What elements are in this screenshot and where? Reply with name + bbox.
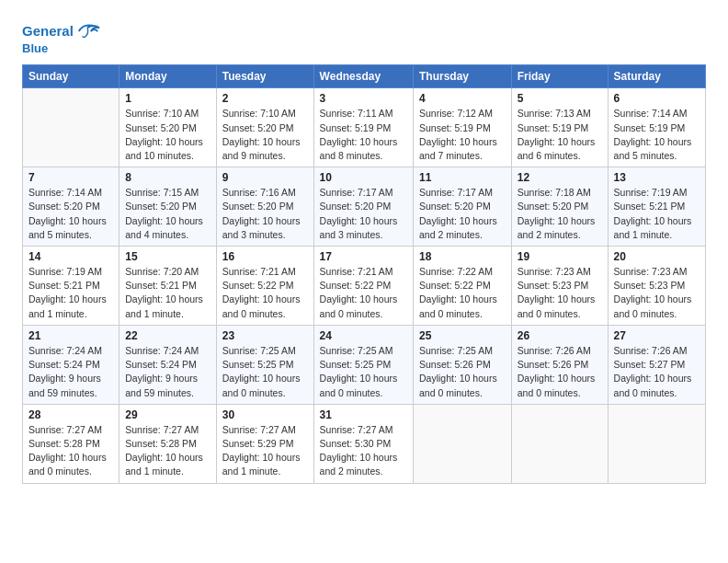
- day-of-week-sunday: Sunday: [23, 65, 119, 88]
- calendar-cell: 2Sunrise: 7:10 AM Sunset: 5:20 PM Daylig…: [216, 88, 313, 167]
- day-info: Sunrise: 7:17 AM Sunset: 5:20 PM Dayligh…: [419, 186, 506, 242]
- calendar-cell: 25Sunrise: 7:25 AM Sunset: 5:26 PM Dayli…: [414, 325, 512, 404]
- calendar-cell: 16Sunrise: 7:21 AM Sunset: 5:22 PM Dayli…: [216, 247, 313, 326]
- day-info: Sunrise: 7:24 AM Sunset: 5:24 PM Dayligh…: [125, 344, 210, 400]
- day-number: 25: [419, 329, 506, 342]
- day-number: 30: [222, 408, 308, 421]
- day-of-week-tuesday: Tuesday: [216, 65, 313, 88]
- day-number: 7: [28, 171, 113, 184]
- calendar-cell: 29Sunrise: 7:27 AM Sunset: 5:28 PM Dayli…: [119, 404, 217, 483]
- day-info: Sunrise: 7:21 AM Sunset: 5:22 PM Dayligh…: [320, 265, 407, 321]
- day-number: 17: [320, 250, 407, 263]
- day-info: Sunrise: 7:19 AM Sunset: 5:21 PM Dayligh…: [28, 265, 113, 321]
- day-number: 27: [614, 329, 700, 342]
- day-of-week-saturday: Saturday: [608, 65, 705, 88]
- day-number: 20: [614, 250, 700, 263]
- calendar-week-2: 7Sunrise: 7:14 AM Sunset: 5:20 PM Daylig…: [23, 167, 706, 247]
- calendar-cell: 21Sunrise: 7:24 AM Sunset: 5:24 PM Dayli…: [23, 325, 119, 404]
- calendar-cell: 6Sunrise: 7:14 AM Sunset: 5:19 PM Daylig…: [608, 88, 705, 167]
- day-info: Sunrise: 7:27 AM Sunset: 5:30 PM Dayligh…: [320, 423, 407, 479]
- day-info: Sunrise: 7:16 AM Sunset: 5:20 PM Dayligh…: [222, 186, 308, 242]
- calendar-cell: 17Sunrise: 7:21 AM Sunset: 5:22 PM Dayli…: [313, 247, 413, 326]
- calendar: SundayMondayTuesdayWednesdayThursdayFrid…: [22, 64, 706, 483]
- day-info: Sunrise: 7:11 AM Sunset: 5:19 PM Dayligh…: [320, 107, 407, 163]
- day-info: Sunrise: 7:14 AM Sunset: 5:20 PM Dayligh…: [28, 186, 113, 242]
- calendar-cell: [414, 404, 512, 483]
- day-info: Sunrise: 7:20 AM Sunset: 5:21 PM Dayligh…: [125, 265, 210, 321]
- calendar-cell: 10Sunrise: 7:17 AM Sunset: 5:20 PM Dayli…: [313, 167, 413, 247]
- day-number: 14: [28, 250, 113, 263]
- day-number: 31: [320, 408, 407, 421]
- calendar-cell: 31Sunrise: 7:27 AM Sunset: 5:30 PM Dayli…: [313, 404, 413, 483]
- day-info: Sunrise: 7:27 AM Sunset: 5:29 PM Dayligh…: [222, 423, 308, 479]
- day-info: Sunrise: 7:22 AM Sunset: 5:22 PM Dayligh…: [419, 265, 506, 321]
- day-of-week-friday: Friday: [511, 65, 608, 88]
- calendar-cell: 3Sunrise: 7:11 AM Sunset: 5:19 PM Daylig…: [313, 88, 413, 167]
- day-number: 26: [518, 329, 602, 342]
- day-number: 15: [125, 250, 210, 263]
- calendar-cell: 8Sunrise: 7:15 AM Sunset: 5:20 PM Daylig…: [119, 167, 217, 247]
- day-info: Sunrise: 7:15 AM Sunset: 5:20 PM Dayligh…: [125, 186, 210, 242]
- calendar-cell: 12Sunrise: 7:18 AM Sunset: 5:20 PM Dayli…: [511, 167, 608, 247]
- calendar-cell: 22Sunrise: 7:24 AM Sunset: 5:24 PM Dayli…: [119, 325, 217, 404]
- calendar-cell: 24Sunrise: 7:25 AM Sunset: 5:25 PM Dayli…: [313, 325, 413, 404]
- calendar-cell: 11Sunrise: 7:17 AM Sunset: 5:20 PM Dayli…: [414, 167, 512, 247]
- day-number: 4: [419, 92, 506, 105]
- day-info: Sunrise: 7:13 AM Sunset: 5:19 PM Dayligh…: [518, 107, 602, 163]
- calendar-cell: 14Sunrise: 7:19 AM Sunset: 5:21 PM Dayli…: [23, 247, 119, 326]
- calendar-cell: 4Sunrise: 7:12 AM Sunset: 5:19 PM Daylig…: [414, 88, 512, 167]
- day-info: Sunrise: 7:23 AM Sunset: 5:23 PM Dayligh…: [614, 265, 700, 321]
- calendar-cell: 20Sunrise: 7:23 AM Sunset: 5:23 PM Dayli…: [608, 247, 705, 326]
- calendar-cell: 28Sunrise: 7:27 AM Sunset: 5:28 PM Dayli…: [23, 404, 119, 483]
- header: General Blue: [22, 18, 706, 55]
- day-info: Sunrise: 7:26 AM Sunset: 5:27 PM Dayligh…: [614, 344, 700, 400]
- day-info: Sunrise: 7:27 AM Sunset: 5:28 PM Dayligh…: [125, 423, 210, 479]
- calendar-week-3: 14Sunrise: 7:19 AM Sunset: 5:21 PM Dayli…: [23, 247, 706, 326]
- logo-general: General: [22, 23, 74, 39]
- day-info: Sunrise: 7:10 AM Sunset: 5:20 PM Dayligh…: [222, 107, 308, 163]
- calendar-cell: [23, 88, 119, 167]
- day-info: Sunrise: 7:24 AM Sunset: 5:24 PM Dayligh…: [28, 344, 113, 400]
- day-number: 24: [320, 329, 407, 342]
- calendar-cell: 18Sunrise: 7:22 AM Sunset: 5:22 PM Dayli…: [414, 247, 512, 326]
- day-number: 6: [614, 92, 700, 105]
- day-info: Sunrise: 7:18 AM Sunset: 5:20 PM Dayligh…: [518, 186, 602, 242]
- day-number: 12: [518, 171, 602, 184]
- calendar-cell: 5Sunrise: 7:13 AM Sunset: 5:19 PM Daylig…: [511, 88, 608, 167]
- day-info: Sunrise: 7:25 AM Sunset: 5:26 PM Dayligh…: [419, 344, 506, 400]
- day-number: 2: [222, 92, 308, 105]
- calendar-cell: [511, 404, 608, 483]
- day-number: 16: [222, 250, 308, 263]
- calendar-week-5: 28Sunrise: 7:27 AM Sunset: 5:28 PM Dayli…: [23, 404, 706, 483]
- day-info: Sunrise: 7:21 AM Sunset: 5:22 PM Dayligh…: [222, 265, 308, 321]
- calendar-header-row: SundayMondayTuesdayWednesdayThursdayFrid…: [23, 65, 706, 88]
- day-info: Sunrise: 7:17 AM Sunset: 5:20 PM Dayligh…: [320, 186, 407, 242]
- day-info: Sunrise: 7:27 AM Sunset: 5:28 PM Dayligh…: [28, 423, 113, 479]
- calendar-cell: 23Sunrise: 7:25 AM Sunset: 5:25 PM Dayli…: [216, 325, 313, 404]
- logo: General Blue: [22, 18, 101, 55]
- calendar-cell: 27Sunrise: 7:26 AM Sunset: 5:27 PM Dayli…: [608, 325, 705, 404]
- day-number: 10: [320, 171, 407, 184]
- day-number: 13: [614, 171, 700, 184]
- day-number: 5: [518, 92, 602, 105]
- day-number: 8: [125, 171, 210, 184]
- day-number: 22: [125, 329, 210, 342]
- day-info: Sunrise: 7:25 AM Sunset: 5:25 PM Dayligh…: [222, 344, 308, 400]
- day-number: 28: [28, 408, 113, 421]
- calendar-week-1: 1Sunrise: 7:10 AM Sunset: 5:20 PM Daylig…: [23, 88, 706, 167]
- day-number: 1: [125, 92, 210, 105]
- logo-bird-icon: [75, 18, 101, 44]
- calendar-week-4: 21Sunrise: 7:24 AM Sunset: 5:24 PM Dayli…: [23, 325, 706, 404]
- calendar-cell: 7Sunrise: 7:14 AM Sunset: 5:20 PM Daylig…: [23, 167, 119, 247]
- day-number: 21: [28, 329, 113, 342]
- day-number: 11: [419, 171, 506, 184]
- day-of-week-wednesday: Wednesday: [313, 65, 413, 88]
- day-number: 9: [222, 171, 308, 184]
- day-info: Sunrise: 7:25 AM Sunset: 5:25 PM Dayligh…: [320, 344, 407, 400]
- calendar-cell: 19Sunrise: 7:23 AM Sunset: 5:23 PM Dayli…: [511, 247, 608, 326]
- day-info: Sunrise: 7:26 AM Sunset: 5:26 PM Dayligh…: [518, 344, 602, 400]
- day-info: Sunrise: 7:14 AM Sunset: 5:19 PM Dayligh…: [614, 107, 700, 163]
- day-of-week-monday: Monday: [119, 65, 217, 88]
- logo-text: General: [22, 24, 74, 40]
- calendar-cell: 26Sunrise: 7:26 AM Sunset: 5:26 PM Dayli…: [511, 325, 608, 404]
